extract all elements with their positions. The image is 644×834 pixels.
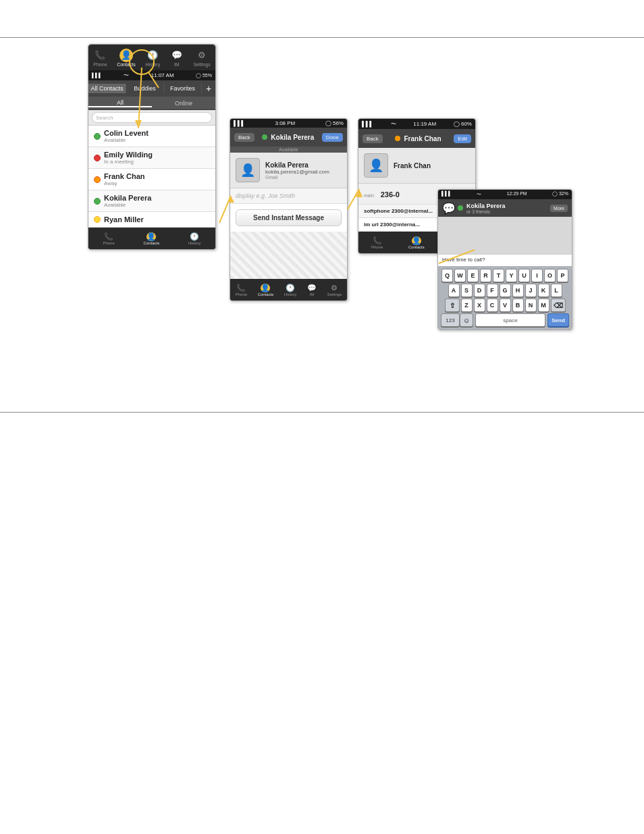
s2-nav-history[interactable]: 🕐 History: [284, 284, 297, 296]
key-f[interactable]: F: [487, 284, 498, 297]
nav-im[interactable]: 💬 IM: [170, 49, 184, 67]
key-o[interactable]: O: [544, 269, 556, 282]
key-s[interactable]: S: [461, 284, 473, 297]
status-dot-orange: [94, 176, 101, 183]
list-item[interactable]: Emily Wilding In a meeting: [88, 147, 215, 169]
key-l[interactable]: L: [551, 284, 562, 297]
detail-source: Gmail: [265, 175, 329, 180]
screen1-contacts: 📞 Phone 👤 Contacts 🕐 History 💬 IM ⚙ Sett…: [88, 44, 216, 250]
tab-buddies[interactable]: Buddies: [126, 84, 164, 93]
list-item[interactable]: Ryan Miller: [88, 212, 215, 228]
nav-history[interactable]: 🕐 History: [145, 49, 160, 67]
contacts-icon: 👤: [119, 49, 133, 62]
key-delete[interactable]: ⌫: [551, 298, 566, 312]
screen3-title-area: Frank Chan: [395, 135, 441, 142]
key-x[interactable]: X: [474, 298, 485, 312]
tab-all-contacts[interactable]: All Contacts: [88, 84, 126, 93]
list-item[interactable]: Colin Levent Available: [88, 126, 215, 147]
s3-nav-contacts[interactable]: 👤 Contacts: [408, 236, 425, 249]
battery-indicator: ◯ 55%: [196, 73, 212, 78]
frank-status-indicator: [395, 136, 400, 141]
contact-status: Available: [104, 137, 210, 143]
key-i[interactable]: I: [531, 269, 543, 282]
wifi-icon: 〜: [124, 72, 129, 79]
key-w[interactable]: W: [454, 269, 466, 282]
back-button-3[interactable]: Back: [363, 134, 383, 143]
key-shift[interactable]: ⇧: [445, 298, 460, 312]
s2-nav-contacts[interactable]: 👤 Contacts: [258, 284, 274, 296]
subtab-online[interactable]: Online: [152, 100, 215, 107]
contact-info: Ryan Miller: [104, 215, 210, 224]
s2-nav-settings[interactable]: ⚙ Settings: [327, 284, 342, 296]
back-button-2[interactable]: Back: [234, 133, 254, 142]
key-row-1: Q W E R T Y U I O P: [439, 269, 570, 282]
send-im-button[interactable]: Send Instant Message: [236, 209, 342, 226]
key-c[interactable]: C: [487, 298, 498, 312]
contact-status: Away: [104, 180, 210, 186]
signal-3: ▌▌▌: [362, 121, 373, 127]
status-dot-red: [94, 155, 101, 161]
contact-name: Ryan Miller: [104, 215, 210, 224]
key-send[interactable]: Send: [547, 313, 569, 327]
nav-phone[interactable]: 📞 Phone: [93, 49, 107, 67]
key-row-bottom: 123 ☺ space Send: [439, 313, 570, 327]
settings-icon: ⚙: [195, 49, 209, 62]
key-emoji[interactable]: ☺: [460, 313, 473, 327]
contact-name: Frank Chan: [104, 172, 210, 180]
bottom-nav-contacts[interactable]: 👤 Contacts: [143, 232, 159, 245]
key-b[interactable]: B: [512, 298, 524, 312]
contact-info: Colin Levent Available: [104, 129, 210, 143]
key-space[interactable]: space: [475, 313, 545, 327]
key-num[interactable]: 123: [441, 313, 460, 327]
key-u[interactable]: U: [518, 269, 530, 282]
wifi-3: 〜: [391, 120, 396, 128]
edit-button[interactable]: Edit: [454, 134, 471, 143]
s2-nav-phone[interactable]: 📞 Phone: [236, 284, 247, 296]
im-messages-area: [438, 217, 572, 254]
key-q[interactable]: Q: [441, 269, 453, 282]
key-j[interactable]: J: [525, 284, 537, 297]
key-p[interactable]: P: [557, 269, 568, 282]
key-z[interactable]: Z: [461, 298, 473, 312]
keyboard: Q W E R T Y U I O P A S D F G H J K L ⇧ …: [438, 266, 572, 330]
more-button[interactable]: More: [550, 205, 568, 212]
s2-nav-im[interactable]: 💬 IM: [307, 284, 317, 296]
list-item[interactable]: Frank Chan Away: [88, 169, 215, 190]
key-m[interactable]: M: [538, 298, 549, 312]
key-r[interactable]: R: [480, 269, 491, 282]
done-button[interactable]: Done: [322, 133, 343, 142]
key-a[interactable]: A: [448, 284, 460, 297]
battery-3: ◯ 60%: [454, 121, 472, 127]
key-d[interactable]: D: [474, 284, 485, 297]
top-nav-bar: 📞 Phone 👤 Contacts 🕐 History 💬 IM ⚙ Sett…: [88, 45, 215, 70]
s3-nav-phone[interactable]: 📞 Phone: [371, 236, 383, 249]
subtab-all[interactable]: All: [88, 99, 152, 107]
im-url-value: 2300@interna...: [380, 221, 420, 228]
contact-status: In a meeting: [104, 159, 210, 165]
key-y[interactable]: Y: [506, 269, 517, 282]
key-k[interactable]: K: [538, 284, 549, 297]
tab-favorites[interactable]: Favorites: [164, 84, 202, 93]
display-placeholder: display e.g. Joe Smith: [236, 192, 342, 199]
key-t[interactable]: T: [493, 269, 504, 282]
key-g[interactable]: G: [500, 284, 511, 297]
key-e[interactable]: E: [467, 269, 479, 282]
search-input[interactable]: Search: [92, 112, 212, 123]
key-h[interactable]: H: [512, 284, 524, 297]
phone-icon-bottom: 📞: [104, 232, 113, 241]
nav-contacts[interactable]: 👤 Contacts: [117, 49, 136, 67]
nav-settings[interactable]: ⚙ Settings: [193, 49, 210, 67]
status-bar: ▌▌▌ 〜 11:07 AM ◯ 55%: [88, 70, 215, 80]
sub-tab-row: All Online: [88, 97, 215, 110]
display-row: display e.g. Joe Smith: [230, 188, 347, 204]
status-bar-3: ▌▌▌ 〜 11:19 AM ◯ 60%: [358, 119, 475, 129]
key-v[interactable]: V: [500, 298, 511, 312]
key-n[interactable]: N: [525, 298, 537, 312]
bottom-nav-history[interactable]: 🕐 History: [188, 232, 201, 245]
list-item[interactable]: Kokila Perera Available: [88, 190, 215, 212]
diagonal-background: [230, 232, 347, 279]
bottom-nav-phone[interactable]: 📞 Phone: [103, 232, 114, 245]
avatar: 👤: [236, 158, 260, 182]
add-contact-button[interactable]: +: [202, 83, 215, 94]
im-contact-name: Kokila Perera: [466, 203, 506, 209]
